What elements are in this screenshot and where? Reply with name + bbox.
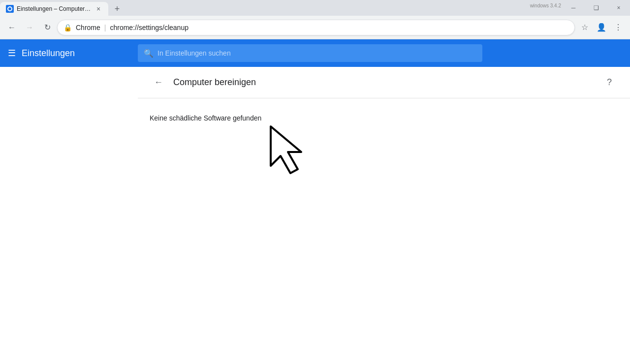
toolbar-right: ☆ 👤 ⋮: [577, 20, 626, 35]
back-button[interactable]: ←: [4, 20, 20, 35]
search-bar[interactable]: 🔍: [138, 44, 482, 62]
page-body: Keine schädliche Software gefunden: [138, 98, 630, 138]
minimize-button[interactable]: ─: [562, 0, 585, 16]
tab-close-button[interactable]: ×: [94, 5, 102, 13]
address-bar[interactable]: 🔒 Chrome | chrome://settings/cleanup: [57, 20, 575, 35]
active-tab[interactable]: Einstellungen – Computer berei... ×: [0, 2, 108, 16]
page-title: Computer bereinigen: [173, 77, 600, 88]
sidebar: ☰ Einstellungen: [0, 39, 138, 364]
lock-icon: 🔒: [63, 24, 72, 31]
no-malware-label: Keine schädliche Software gefunden: [150, 114, 618, 122]
page-header: ← Computer bereinigen ?: [138, 67, 630, 98]
search-header: 🔍: [138, 39, 630, 67]
menu-icon[interactable]: ☰: [8, 48, 16, 59]
tab-title: Einstellungen – Computer berei...: [17, 5, 92, 12]
page-back-button[interactable]: ←: [150, 74, 167, 91]
titlebar: Einstellungen – Computer berei... × + wi…: [0, 0, 630, 16]
address-brand: Chrome: [76, 24, 100, 31]
watermark: windows 3.4.2: [530, 3, 561, 8]
address-url: chrome://settings/cleanup: [110, 24, 189, 31]
forward-button: →: [22, 20, 37, 35]
help-button[interactable]: ?: [600, 74, 618, 91]
menu-button[interactable]: ⋮: [610, 20, 626, 35]
window-controls: ─ ❑ ×: [562, 0, 630, 16]
reload-button[interactable]: ↻: [39, 20, 55, 35]
new-tab-button[interactable]: +: [110, 2, 124, 16]
search-input[interactable]: [158, 49, 476, 57]
maximize-button[interactable]: ❑: [585, 0, 607, 16]
tab-favicon-circle: [7, 6, 12, 11]
profile-button[interactable]: 👤: [594, 20, 609, 35]
bookmark-button[interactable]: ☆: [577, 20, 593, 35]
tab-strip: Einstellungen – Computer berei... × +: [0, 0, 124, 16]
search-icon: 🔍: [144, 49, 154, 58]
content-area: 🔍 ← Computer bereinigen ? Keine schädlic…: [138, 39, 630, 364]
page-content: ← Computer bereinigen ? Keine schädliche…: [138, 67, 630, 364]
toolbar: ← → ↻ 🔒 Chrome | chrome://settings/clean…: [0, 16, 630, 39]
close-button[interactable]: ×: [607, 0, 630, 16]
sidebar-header: ☰ Einstellungen: [0, 39, 138, 67]
main-layout: ☰ Einstellungen 🔍 ← Computer bereinigen …: [0, 39, 630, 364]
sidebar-title: Einstellungen: [22, 48, 75, 59]
address-divider: |: [104, 24, 106, 31]
search-container: 🔍: [138, 39, 630, 67]
tab-favicon: [6, 5, 14, 13]
